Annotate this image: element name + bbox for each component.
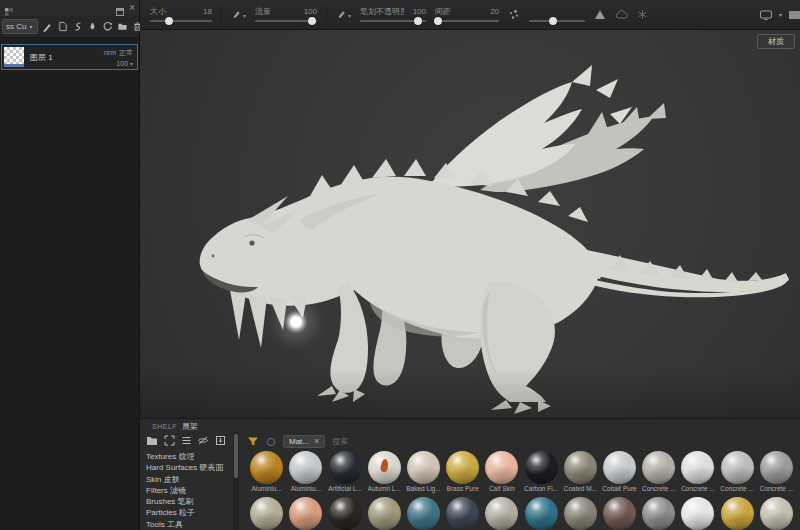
material-sphere[interactable] [446, 497, 479, 530]
material-sphere[interactable] [485, 497, 518, 530]
import-resources-icon[interactable] [214, 435, 226, 447]
material-swatch[interactable] [404, 497, 443, 530]
shelf-category-textures[interactable]: Textures 纹理 [146, 451, 233, 462]
cloud-sync-icon[interactable] [615, 9, 628, 20]
layer-thumbnail[interactable] [4, 47, 24, 67]
brush-preset-button[interactable]: ▾ [231, 8, 246, 21]
fill-layer-icon[interactable] [57, 21, 68, 33]
eye-off-icon[interactable] [197, 435, 209, 447]
material-sphere[interactable] [642, 497, 675, 530]
search-scope-icon[interactable] [266, 437, 276, 447]
material-swatch[interactable] [561, 497, 600, 530]
material-swatch[interactable]: Aluminiu... [247, 451, 286, 493]
material-sphere[interactable] [329, 451, 362, 484]
shelf-category-brushes[interactable]: Brushes 笔刷 [146, 496, 233, 507]
shelf-category-skin[interactable]: Skin 皮肤 [146, 474, 233, 485]
material-swatch[interactable]: Artificial L... [325, 451, 364, 493]
flow-slider[interactable] [255, 20, 317, 22]
material-sphere[interactable] [368, 497, 401, 530]
eraser-preset-button[interactable]: ▾ [336, 8, 351, 21]
scrollbar-thumb[interactable] [234, 434, 238, 478]
material-swatch[interactable] [678, 497, 717, 530]
folder-icon[interactable] [146, 435, 158, 447]
material-swatch[interactable] [365, 497, 404, 530]
material-swatch[interactable]: Concrete ... [678, 451, 717, 493]
material-swatch[interactable] [247, 497, 286, 530]
material-sphere[interactable] [329, 497, 362, 530]
material-swatch[interactable]: Aluminiu... [286, 451, 325, 493]
smudge-tool-icon[interactable] [72, 21, 83, 33]
material-sphere[interactable] [368, 451, 401, 484]
filter-funnel-icon[interactable] [247, 436, 259, 447]
shelf-category-filters[interactable]: Filters 滤镜 [146, 485, 233, 496]
material-swatch[interactable] [482, 497, 521, 530]
material-swatch[interactable]: Brass Pure [443, 451, 482, 493]
clipped-panel-icon[interactable] [788, 9, 800, 21]
material-swatch[interactable] [639, 497, 678, 530]
shelf-scrollbar[interactable] [233, 432, 239, 530]
material-sphere[interactable] [760, 451, 793, 484]
stroke-opacity-slider[interactable] [360, 20, 426, 22]
paint-tool-icon[interactable] [42, 21, 53, 33]
shelf-category-tools[interactable]: Tools 工具 [146, 519, 233, 530]
material-swatch[interactable] [443, 497, 482, 530]
material-swatch[interactable] [600, 497, 639, 530]
hardness-slider[interactable] [529, 20, 585, 22]
material-sphere[interactable] [407, 497, 440, 530]
material-sphere[interactable] [564, 451, 597, 484]
material-sphere[interactable] [721, 497, 754, 530]
material-swatch[interactable]: Concrete ... [757, 451, 796, 493]
layer-row[interactable]: 图层 1 nrm正常 100 ▾ [1, 44, 138, 70]
material-swatch[interactable]: Concrete ... [718, 451, 757, 493]
material-sphere[interactable] [485, 451, 518, 484]
viewport-3d[interactable]: 材质 [140, 30, 800, 418]
layer-name[interactable]: 图层 1 [30, 52, 101, 63]
filter-chip[interactable]: Mat... × [283, 435, 325, 448]
material-sphere[interactable] [721, 451, 754, 484]
material-sphere[interactable] [681, 451, 714, 484]
material-sphere[interactable] [681, 497, 714, 530]
shelf-category-hard-surfaces[interactable]: Hard Surfaces 硬表面 [146, 462, 233, 473]
material-sphere[interactable] [525, 497, 558, 530]
snowflake-icon[interactable] [637, 9, 648, 20]
expand-frame-icon[interactable] [163, 435, 175, 447]
material-view-button[interactable]: 材质 [757, 34, 795, 49]
material-sphere[interactable] [250, 451, 283, 484]
material-sphere[interactable] [446, 451, 479, 484]
material-sphere[interactable] [564, 497, 597, 530]
new-folder-icon[interactable] [117, 21, 128, 33]
shelf-category-particles[interactable]: Particles 粒子 [146, 507, 233, 518]
material-swatch[interactable] [325, 497, 364, 530]
chevron-down-icon[interactable]: ▾ [779, 11, 782, 18]
shelf-search-input[interactable]: 搜索 [332, 436, 348, 447]
material-sphere[interactable] [407, 451, 440, 484]
material-swatch[interactable]: Concrete ... [639, 451, 678, 493]
close-panel-icon[interactable]: × [129, 3, 135, 13]
material-swatch[interactable]: Cobalt Pure [600, 451, 639, 493]
material-sphere[interactable] [603, 451, 636, 484]
droplet-mask-icon[interactable] [87, 21, 98, 33]
material-sphere[interactable] [525, 451, 558, 484]
material-swatch[interactable]: Autumn L... [365, 451, 404, 493]
material-swatch[interactable] [286, 497, 325, 530]
dragon-model[interactable] [140, 30, 800, 418]
material-swatch[interactable]: Baked Lig... [404, 451, 443, 493]
material-swatch[interactable]: Carbon Fi... [522, 451, 561, 493]
material-swatch[interactable]: Calf Skin [482, 451, 521, 493]
dock-panel-icon[interactable] [115, 3, 125, 13]
layer-opacity[interactable]: 100 ▾ [116, 60, 133, 67]
layer-blend-mode[interactable]: nrm正常 [101, 48, 133, 58]
list-view-icon[interactable] [180, 435, 192, 447]
material-sphere[interactable] [603, 497, 636, 530]
rotate-history-icon[interactable] [102, 21, 113, 33]
remove-filter-icon[interactable]: × [314, 437, 319, 446]
material-sphere[interactable] [642, 451, 675, 484]
material-sphere[interactable] [250, 497, 283, 530]
material-sphere[interactable] [289, 497, 322, 530]
size-slider[interactable] [150, 20, 212, 22]
material-swatch[interactable] [718, 497, 757, 530]
blend-mode-dropdown[interactable]: ss Cu ▾ [2, 19, 38, 34]
particles-icon[interactable] [508, 9, 520, 21]
material-sphere[interactable] [760, 497, 793, 530]
display-mode-icon[interactable] [759, 9, 773, 21]
